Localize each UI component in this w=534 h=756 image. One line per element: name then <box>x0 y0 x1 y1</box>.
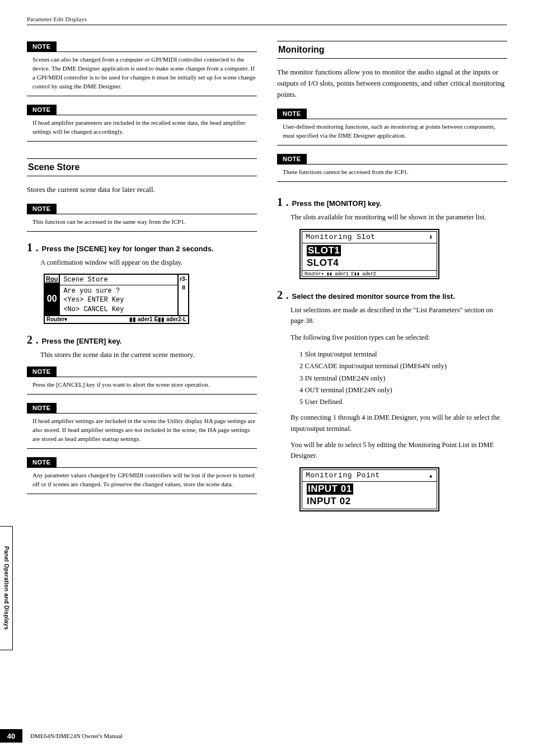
note-body: If head amplifier settings are included … <box>27 413 257 449</box>
lcd-title: Monitoring Slot <box>306 233 376 242</box>
step-1: 1. Press the [SCENE] key for longer than… <box>27 242 257 254</box>
mon-step-1: 1. Press the [MONITOR] key. <box>277 196 507 209</box>
mon-step-2: 2. Select the desired monitor source fro… <box>277 289 507 302</box>
note-label: NOTE <box>27 105 57 115</box>
side-tab-label: Panel Operation and Displays <box>3 546 10 630</box>
step-num: 1 <box>27 242 32 253</box>
note-body: This function can be accessed in the sam… <box>27 214 257 232</box>
step-desc: List selections are made as described in… <box>291 305 507 327</box>
step-text: Press the [ENTER] key. <box>42 336 122 346</box>
step-num: 2 <box>277 289 283 300</box>
note-body: These functions cannot be accessed from … <box>277 164 507 182</box>
scroll-up-icon: ⬍ <box>429 233 433 242</box>
monitoring-point-lcd: Monitoring Point ▴ INPUT 01 INPUT 02 <box>299 467 439 511</box>
note-label: NOTE <box>27 403 57 413</box>
step-dot: . <box>36 242 39 254</box>
lcd-line: <Yes> ENTER Key <box>63 295 174 304</box>
note-body: Any parameter values changed by GPI/MIDI… <box>27 467 257 494</box>
step-after: By connecting 1 through 4 in DME Designe… <box>291 412 507 434</box>
lcd-line: <No> CANCEL Key <box>63 305 174 314</box>
step-desc: This stores the scene data in the curren… <box>40 350 257 360</box>
step-text: Press the [SCENE] key for longer than 2 … <box>42 244 214 254</box>
note-body: If head amplifier parameters are include… <box>27 115 257 142</box>
lcd-row: INPUT 02 <box>305 495 434 508</box>
lcd-left-mid: 00 <box>45 283 59 315</box>
lcd-title: Scene Store <box>60 275 177 285</box>
lcd-title: Monitoring Point <box>306 471 380 480</box>
footer-text: DME64N/DME24N Owner's Manual <box>30 732 123 739</box>
lcd-row-selected: SLOT1 <box>307 245 341 256</box>
step-text: Select the desired monitor source from t… <box>292 292 455 302</box>
lcd-footer-l: Router▾ <box>46 316 67 323</box>
list-item: 4 OUT terminal (DME24N only) <box>299 384 507 396</box>
note-label: NOTE <box>27 204 57 214</box>
step-2: 2. Press the [ENTER] key. <box>27 334 257 346</box>
step-desc: The slots available for monitoring will … <box>291 212 507 223</box>
step-num: 2 <box>27 334 32 345</box>
list-item: 1 Slot input/output terminal <box>299 349 507 360</box>
note-label: NOTE <box>277 109 307 119</box>
columns: NOTE Scenes can also be changed from a c… <box>27 41 507 519</box>
list-item: 2 CASCADE input/output terminal (DME64N … <box>299 360 507 372</box>
lcd-right-mid: ⏸ <box>180 284 187 290</box>
step-dot: . <box>286 197 289 209</box>
step-text: Press the [MONITOR] key. <box>292 199 382 209</box>
scene-store-lcd: Rou 00 Scene Store Are you sure ? <Yes> … <box>44 274 189 324</box>
lcd-footer-m: ▮▮ ader1 E▮▮ ader2-L <box>129 316 186 323</box>
note-body: Scenes can also be changed from a comput… <box>27 51 257 96</box>
lcd-row-selected: INPUT 01 <box>307 483 353 495</box>
scene-store-intro: Stores the current scene data for later … <box>27 184 257 195</box>
lcd-footer: Router▾ ▮▮ ader1 E▮▮ ader2 <box>305 271 376 276</box>
note-label: NOTE <box>277 154 307 164</box>
monitoring-slot-lcd: Monitoring Slot ⬍ SLOT1 SLOT4 Router▾ ▮▮… <box>299 229 439 279</box>
step-num: 1 <box>277 196 283 208</box>
position-list: 1 Slot input/output terminal 2 CASCADE i… <box>299 349 507 408</box>
note-label: NOTE <box>27 367 57 377</box>
list-item: 5 User Defined <box>299 396 507 408</box>
lcd-left-top: Rou <box>45 275 59 283</box>
note-label: NOTE <box>27 457 57 467</box>
monitoring-intro: The monitor functions allow you to monit… <box>277 67 507 100</box>
step-desc: A confirmation window will appear on the… <box>40 257 257 268</box>
right-column: Monitoring The monitor functions allow y… <box>277 41 507 519</box>
note-body: Press the [CANCEL] key if you want to ab… <box>27 377 257 395</box>
lcd-row: SLOT4 <box>305 257 434 269</box>
footer: 40 DME64N/DME24N Owner's Manual <box>0 729 123 743</box>
note-body: User-defined monitoring functions, such … <box>277 119 507 145</box>
monitoring-title: Monitoring <box>277 41 507 59</box>
step-dot: . <box>286 290 289 302</box>
running-head: Parameter Edit Displays <box>27 16 507 22</box>
lcd-line: Are you sure ? <box>63 287 174 295</box>
head-rule <box>27 25 507 25</box>
scroll-icon: ▴ <box>429 471 433 480</box>
step-dot: . <box>36 335 39 346</box>
step-after: You will be able to select 5 by editing … <box>291 440 507 462</box>
page-number: 40 <box>0 729 22 743</box>
side-tab: Panel Operation and Displays <box>0 526 13 650</box>
step-desc: The following five position types can be… <box>291 332 507 343</box>
scene-store-title: Scene Store <box>27 158 257 176</box>
note-label: NOTE <box>27 41 57 51</box>
list-item: 3 IN terminal (DME24N only) <box>299 373 507 384</box>
left-column: NOTE Scenes can also be changed from a c… <box>27 41 257 519</box>
lcd-right-top: r3- <box>180 276 187 282</box>
